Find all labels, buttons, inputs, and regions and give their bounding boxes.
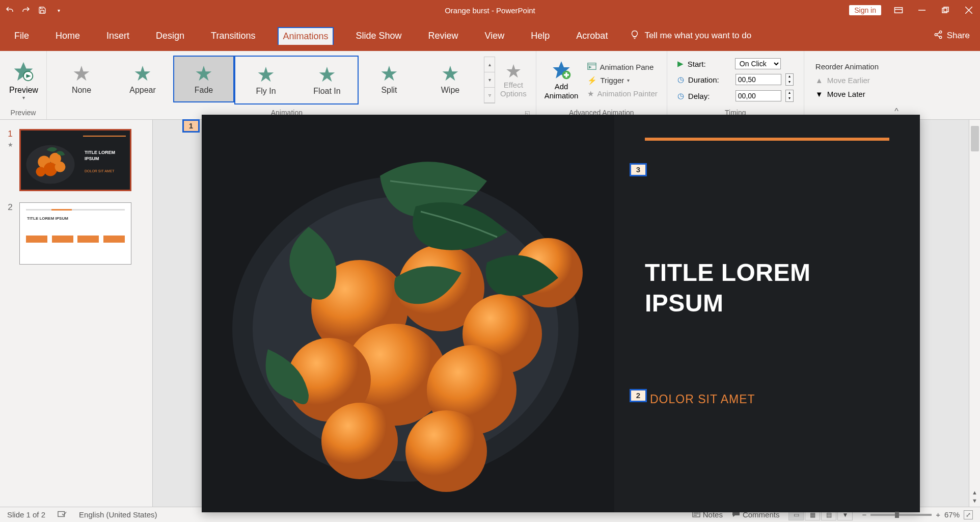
- add-animation-button[interactable]: Add Animation: [540, 60, 583, 100]
- animation-split[interactable]: ★ Split: [359, 56, 420, 102]
- delay-label: Delay:: [688, 92, 731, 100]
- share-icon: [934, 30, 943, 42]
- animation-appear-label: Appear: [129, 86, 156, 95]
- animation-painter-button[interactable]: ★ Animation Painter: [587, 89, 657, 98]
- gallery-scroll-down[interactable]: ▾: [484, 72, 495, 88]
- animation-order-tag-3[interactable]: 3: [630, 163, 647, 176]
- tab-review[interactable]: Review: [424, 28, 462, 44]
- chevron-down-icon: ▾: [627, 77, 630, 83]
- animation-wipe[interactable]: ★ Wipe: [420, 56, 481, 102]
- animation-painter-icon: ★: [587, 89, 594, 98]
- star-icon: ★: [505, 62, 522, 81]
- tab-file[interactable]: File: [10, 28, 33, 44]
- svg-point-27: [55, 162, 66, 172]
- animation-appear[interactable]: ★ Appear: [112, 56, 173, 102]
- duration-input[interactable]: [736, 74, 781, 85]
- share-label: Share: [947, 31, 970, 41]
- save-button[interactable]: [38, 6, 47, 15]
- duration-clock-icon: ◷: [677, 75, 684, 84]
- animation-fade[interactable]: ★ Fade: [173, 56, 234, 102]
- tab-design[interactable]: Design: [152, 28, 188, 44]
- preview-label: Preview: [9, 86, 38, 95]
- tab-acrobat[interactable]: Acrobat: [572, 28, 612, 44]
- sign-in-button[interactable]: Sign in: [849, 5, 881, 15]
- qat-customize-icon[interactable]: ▾: [54, 6, 63, 15]
- start-play-icon: ▶: [677, 59, 684, 68]
- animation-order-tag-1[interactable]: 1: [182, 119, 200, 133]
- animation-none[interactable]: ★ None: [51, 56, 112, 102]
- tab-view[interactable]: View: [481, 28, 509, 44]
- tab-home[interactable]: Home: [51, 28, 84, 44]
- zoom-slider[interactable]: [870, 514, 932, 516]
- delay-input[interactable]: [736, 90, 781, 101]
- animation-painter-label: Animation Painter: [597, 89, 657, 98]
- slide-accent-rule[interactable]: [645, 138, 889, 141]
- zoom-in-button[interactable]: +: [936, 510, 940, 519]
- thumb1-title: TITLE LOREM IPSUM: [85, 150, 115, 162]
- tab-slideshow[interactable]: Slide Show: [352, 28, 406, 44]
- animation-pane-button[interactable]: Animation Pane: [587, 62, 657, 72]
- scrollbar-thumb[interactable]: [971, 126, 979, 151]
- animation-flyin[interactable]: ★ Fly In: [235, 57, 296, 103]
- fit-to-window-button[interactable]: ⤢: [964, 510, 973, 519]
- animation-wipe-label: Wipe: [441, 86, 459, 95]
- maximize-button[interactable]: [939, 4, 951, 16]
- preview-group-label: Preview: [4, 107, 42, 118]
- thumb-number-2: 2: [5, 202, 15, 265]
- animation-floatin[interactable]: ★ Float In: [296, 57, 358, 103]
- slide-thumbnail-2[interactable]: TITLE LOREM IPSUM: [19, 202, 131, 265]
- animation-pane-label: Animation Pane: [600, 63, 654, 71]
- language-indicator[interactable]: English (United States): [79, 510, 157, 519]
- svg-line-10: [937, 32, 939, 34]
- vertical-scrollbar[interactable]: ▲ ▼: [969, 120, 980, 507]
- collapse-ribbon-icon[interactable]: ^: [890, 51, 903, 119]
- slide[interactable]: TITLE LOREM IPSUM DOLOR SIT AMET 1 2 3: [202, 115, 920, 512]
- tab-help[interactable]: Help: [527, 28, 554, 44]
- animation-pane-icon: [587, 62, 596, 72]
- star-icon: ★: [195, 63, 213, 84]
- slide-subtitle-text[interactable]: DOLOR SIT AMET: [650, 393, 755, 406]
- redo-button[interactable]: [21, 6, 31, 15]
- start-select[interactable]: On Click: [735, 58, 781, 69]
- tab-insert[interactable]: Insert: [102, 28, 133, 44]
- tell-me-search[interactable]: Tell me what you want to do: [630, 30, 751, 42]
- ribbon-tabs: File Home Insert Design Transitions Anim…: [0, 20, 980, 51]
- minimize-button[interactable]: [916, 4, 928, 16]
- share-button[interactable]: Share: [934, 30, 970, 42]
- gallery-scroll-up[interactable]: ▴: [484, 57, 495, 72]
- duration-spinner[interactable]: ▴▾: [785, 73, 794, 86]
- start-label: Start:: [688, 60, 731, 68]
- tab-transitions[interactable]: Transitions: [207, 28, 259, 44]
- next-slide-icon[interactable]: ▼: [972, 498, 977, 504]
- slide-picture[interactable]: [202, 115, 614, 512]
- animation-order-tag-2[interactable]: 2: [630, 389, 647, 402]
- close-button[interactable]: [963, 4, 975, 16]
- window-title: Orange burst - PowerPoint: [445, 6, 535, 15]
- gallery-scroll: ▴ ▾ ▿: [484, 57, 495, 103]
- ribbon-display-options-icon[interactable]: [892, 4, 905, 16]
- svg-line-11: [937, 35, 939, 37]
- spellcheck-icon[interactable]: [58, 510, 67, 519]
- animation-flyin-label: Fly In: [256, 87, 276, 96]
- trigger-label: Trigger: [600, 76, 624, 85]
- add-animation-label: Add Animation: [545, 82, 579, 100]
- move-later-button[interactable]: ▼ Move Later: [815, 90, 879, 98]
- chevron-down-icon: ▾: [22, 95, 25, 100]
- preview-button[interactable]: Preview ▾: [4, 58, 43, 102]
- title-bar: ▾ Orange burst - PowerPoint Sign in: [0, 0, 980, 20]
- slide-indicator: Slide 1 of 2: [7, 510, 45, 519]
- duration-label: Duration:: [688, 75, 731, 84]
- trigger-button[interactable]: ⚡ Trigger ▾: [587, 76, 657, 85]
- prev-slide-icon[interactable]: ▲: [972, 489, 977, 495]
- tab-animations[interactable]: Animations: [278, 27, 333, 45]
- delay-spinner[interactable]: ▴▾: [785, 90, 794, 102]
- svg-rect-0: [895, 8, 903, 13]
- zoom-percent[interactable]: 67%: [944, 510, 960, 519]
- star-icon: ★: [133, 63, 152, 84]
- slide-thumbnail-1[interactable]: TITLE LOREM IPSUM DOLOR SIT AMET: [19, 129, 131, 191]
- thumb1-subtitle: DOLOR SIT AMET: [85, 169, 115, 173]
- animation-fade-label: Fade: [195, 86, 213, 95]
- gallery-expand[interactable]: ▿: [484, 88, 495, 103]
- slide-title-text[interactable]: TITLE LOREM IPSUM: [645, 257, 810, 319]
- undo-button[interactable]: [5, 6, 14, 15]
